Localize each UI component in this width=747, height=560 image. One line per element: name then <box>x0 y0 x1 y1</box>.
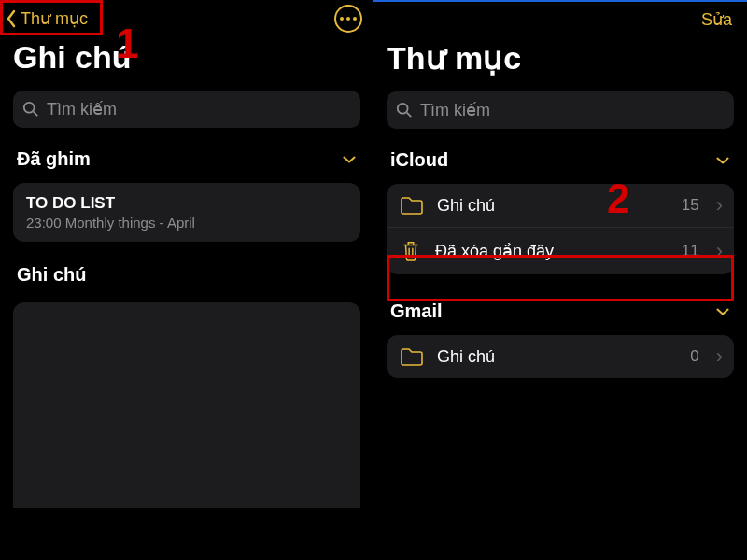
folder-label: Đã xóa gần đây <box>435 241 669 261</box>
folders-title: Thư mục <box>374 35 747 86</box>
note-title: TO DO LIST <box>26 194 347 213</box>
icloud-folder-list: Ghi chú 15 › Đã xóa gần đây 11 › <box>387 184 734 274</box>
chevron-right-icon: › <box>716 195 723 216</box>
notes-header: Ghi chú <box>0 257 374 295</box>
search-placeholder: Tìm kiếm <box>420 100 490 120</box>
pinned-header[interactable]: Đã ghim <box>0 139 374 179</box>
folder-row-recently-deleted[interactable]: Đã xóa gần đây 11 › <box>387 227 734 274</box>
search-icon <box>22 101 39 118</box>
folder-icon <box>400 346 424 367</box>
search-input[interactable]: Tìm kiếm <box>13 91 360 128</box>
search-icon <box>396 102 413 119</box>
edit-button[interactable]: Sửa <box>701 9 732 32</box>
svg-point-2 <box>398 104 408 114</box>
folder-label: Ghi chú <box>437 347 677 367</box>
back-label: Thư mục <box>21 8 88 29</box>
chevron-down-icon <box>715 301 730 321</box>
gmail-label: Gmail <box>390 301 443 322</box>
folder-count: 15 <box>682 196 699 215</box>
folder-count: 11 <box>682 242 699 260</box>
right-pane: Sửa Thư mục Tìm kiếm iCloud Ghi chú 15 ›… <box>374 0 747 560</box>
gmail-folder-list: Ghi chú 0 › <box>387 335 734 378</box>
folder-icon <box>400 195 424 216</box>
left-pane: Thư mục Ghi chú Tìm kiếm Đã ghim TO DO L… <box>0 0 374 560</box>
nav-bar-right: Sửa <box>374 2 747 35</box>
ellipsis-icon <box>340 17 344 21</box>
svg-line-1 <box>34 112 38 117</box>
icloud-label: iCloud <box>390 149 448 171</box>
gmail-header[interactable]: Gmail <box>374 287 747 331</box>
search-input-right[interactable]: Tìm kiếm <box>387 91 734 129</box>
chevron-left-icon <box>6 9 19 28</box>
chevron-right-icon: › <box>716 241 723 261</box>
folder-count: 0 <box>690 347 698 366</box>
more-button[interactable] <box>334 5 362 33</box>
search-placeholder: Tìm kiếm <box>47 99 117 119</box>
chevron-right-icon: › <box>716 346 723 367</box>
chevron-down-icon <box>342 149 357 169</box>
note-subtitle: 23:00 Monthly things - April <box>26 215 347 231</box>
nav-bar: Thư mục <box>0 0 374 35</box>
chevron-down-icon <box>715 150 730 170</box>
folder-label: Ghi chú <box>437 196 669 216</box>
notes-list-card[interactable] <box>13 302 360 508</box>
folder-row-notes[interactable]: Ghi chú 15 › <box>387 184 734 227</box>
trash-icon <box>400 239 422 263</box>
back-button[interactable]: Thư mục <box>6 8 88 29</box>
pinned-label: Đã ghim <box>17 148 91 170</box>
svg-line-3 <box>407 113 412 118</box>
svg-point-0 <box>24 103 35 113</box>
folder-row-gmail-notes[interactable]: Ghi chú 0 › <box>387 335 734 378</box>
pinned-note[interactable]: TO DO LIST 23:00 Monthly things - April <box>13 183 360 242</box>
icloud-header[interactable]: iCloud <box>374 140 747 180</box>
page-title: Ghi chú <box>0 35 374 85</box>
